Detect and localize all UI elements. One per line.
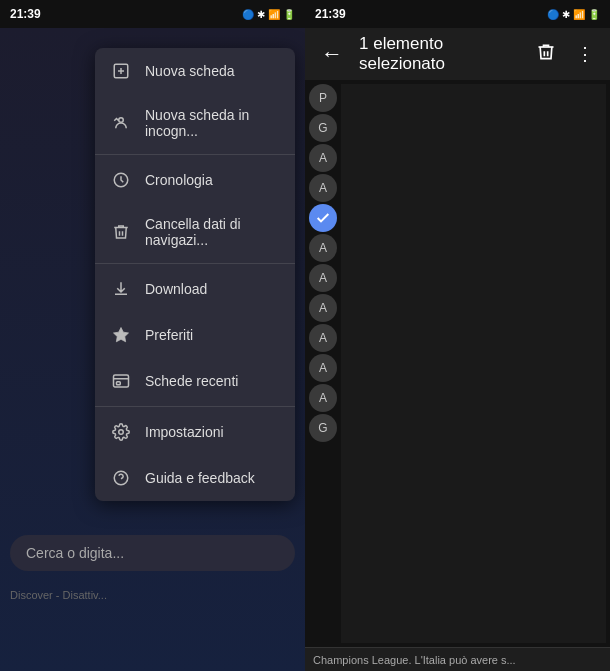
back-button[interactable]: ←	[313, 37, 351, 71]
menu-label-recent-tabs: Schede recenti	[145, 373, 238, 389]
letter-avatar-8[interactable]: A	[309, 324, 337, 352]
new-tab-icon	[111, 61, 131, 81]
letter-avatar-11[interactable]: G	[309, 414, 337, 442]
letters-column: PGAAAAAAAAG	[305, 80, 341, 647]
letter-avatar-0[interactable]: P	[309, 84, 337, 112]
svg-rect-6	[114, 375, 129, 387]
news-text: Champions League. L'Italia può avere s..…	[313, 654, 516, 666]
thumbnail-area	[341, 84, 606, 643]
menu-label-incognito: Nuova scheda in incogn...	[145, 107, 279, 139]
status-bar-left: 21:39 🔵 ✱ 📶 🔋	[0, 0, 305, 28]
favorites-icon	[111, 325, 131, 345]
incognito-icon	[111, 113, 131, 133]
menu-label-clear-data: Cancella dati di navigazi...	[145, 216, 279, 248]
time-right: 21:39	[315, 7, 346, 21]
top-actions: ⋮	[528, 38, 602, 71]
discover-label: Discover - Disattiv...	[10, 589, 107, 601]
menu-item-settings[interactable]: Impostazioni	[95, 409, 295, 455]
letter-avatar-7[interactable]: A	[309, 294, 337, 322]
bottom-news: Champions League. L'Italia può avere s..…	[305, 647, 610, 671]
clear-data-icon	[111, 222, 131, 242]
menu-item-clear-data[interactable]: Cancella dati di navigazi...	[95, 203, 295, 261]
status-bar-right: 21:39 🔵 ✱ 📶 🔋	[305, 0, 610, 28]
menu-label-help: Guida e feedback	[145, 470, 255, 486]
delete-button[interactable]	[528, 38, 564, 71]
settings-icon	[111, 422, 131, 442]
help-icon	[111, 468, 131, 488]
menu-label-favorites: Preferiti	[145, 327, 193, 343]
selection-title: 1 elemento selezionato	[359, 34, 520, 74]
menu-divider-2	[95, 263, 295, 264]
menu-item-recent-tabs[interactable]: Schede recenti	[95, 358, 295, 404]
menu-item-help[interactable]: Guida e feedback	[95, 455, 295, 501]
letter-avatar-6[interactable]: A	[309, 264, 337, 292]
letter-avatar-1[interactable]: G	[309, 114, 337, 142]
dropdown-menu: Nuova scheda Nuova scheda in incogn...	[95, 48, 295, 501]
content-area: PGAAAAAAAAG	[305, 80, 610, 647]
svg-point-9	[119, 430, 124, 435]
menu-item-favorites[interactable]: Preferiti	[95, 312, 295, 358]
download-icon	[111, 279, 131, 299]
menu-item-new-tab[interactable]: Nuova scheda	[95, 48, 295, 94]
top-bar: ← 1 elemento selezionato ⋮	[305, 28, 610, 80]
letter-avatar-2[interactable]: A	[309, 144, 337, 172]
time-left: 21:39	[10, 7, 41, 21]
more-options-button[interactable]: ⋮	[568, 39, 602, 69]
menu-item-download[interactable]: Download	[95, 266, 295, 312]
letter-avatar-4[interactable]	[309, 204, 337, 232]
recent-tabs-icon	[111, 371, 131, 391]
left-panel: 21:39 🔵 ✱ 📶 🔋 Nuova scheda	[0, 0, 305, 671]
search-bar[interactable]: Cerca o digita...	[10, 535, 295, 571]
letter-avatar-9[interactable]: A	[309, 354, 337, 382]
history-icon	[111, 170, 131, 190]
svg-point-3	[119, 118, 124, 123]
menu-divider-1	[95, 154, 295, 155]
letter-avatar-10[interactable]: A	[309, 384, 337, 412]
menu-label-download: Download	[145, 281, 207, 297]
svg-marker-5	[114, 328, 129, 342]
status-icons-right: 🔵 ✱ 📶 🔋	[547, 9, 600, 20]
menu-item-history[interactable]: Cronologia	[95, 157, 295, 203]
menu-label-new-tab: Nuova scheda	[145, 63, 235, 79]
status-icons-left: 🔵 ✱ 📶 🔋	[242, 9, 295, 20]
browser-background: Nuova scheda Nuova scheda in incogn...	[0, 28, 305, 671]
menu-item-incognito[interactable]: Nuova scheda in incogn...	[95, 94, 295, 152]
letter-avatar-5[interactable]: A	[309, 234, 337, 262]
letter-avatar-3[interactable]: A	[309, 174, 337, 202]
svg-rect-8	[117, 382, 121, 385]
right-panel: 21:39 🔵 ✱ 📶 🔋 ← 1 elemento selezionato ⋮	[305, 0, 610, 671]
search-placeholder: Cerca o digita...	[26, 545, 124, 561]
search-bar-area: Cerca o digita...	[10, 535, 295, 571]
menu-divider-3	[95, 406, 295, 407]
menu-label-settings: Impostazioni	[145, 424, 224, 440]
menu-label-history: Cronologia	[145, 172, 213, 188]
